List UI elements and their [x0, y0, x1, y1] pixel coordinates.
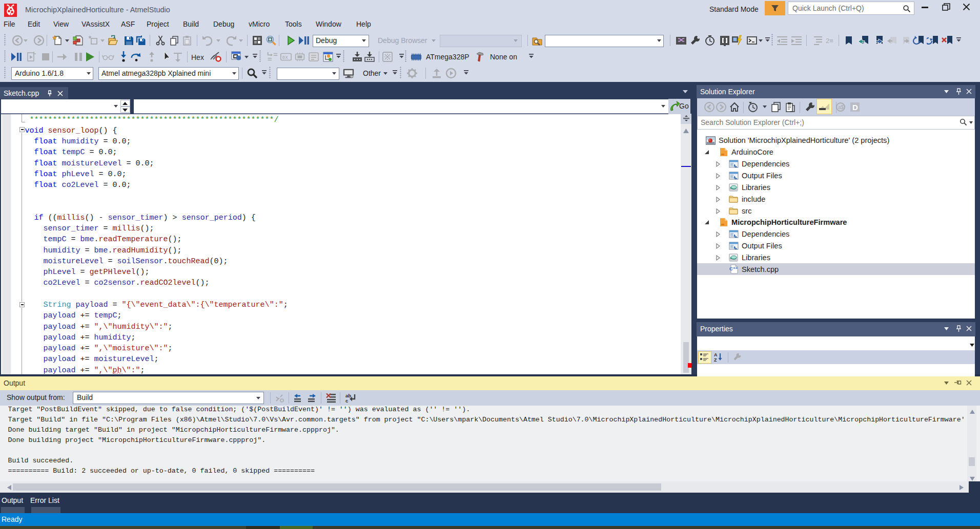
- svg-text:a$: a$: [838, 104, 844, 110]
- svg-text:Z: Z: [714, 357, 717, 362]
- svg-text:D: D: [852, 103, 858, 112]
- svg-text:A: A: [714, 352, 718, 357]
- svg-text:c: c: [345, 398, 348, 404]
- svg-text:++: ++: [733, 266, 738, 270]
- svg-text:C: C: [729, 266, 733, 271]
- svg-text:0X: 0X: [282, 55, 289, 60]
- svg-text:2≡: 2≡: [826, 37, 833, 45]
